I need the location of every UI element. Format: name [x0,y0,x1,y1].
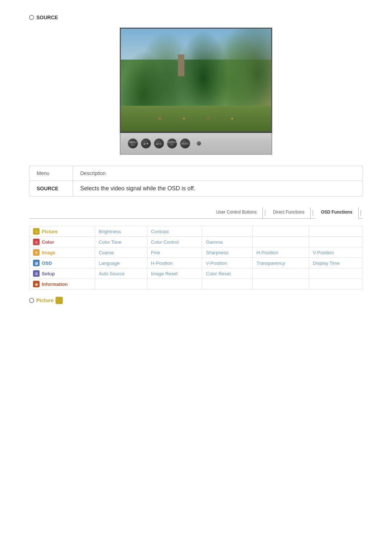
osd-sub-item[interactable]: V-Position [202,258,253,268]
osd-menu-name-cell: ☆Picture [29,226,95,237]
osd-sub-link-h-position[interactable]: H-Position [151,260,173,266]
bezel-btn-position[interactable]: ▲/◁▷ [154,138,164,149]
monitor-bezel: MENU/□□ ▲/▼ ▲/◁▷ SOURCE/☆ AUTO [120,133,272,155]
osd-sub-link-fine[interactable]: Fine [151,250,160,255]
osd-sub-item [147,279,202,289]
osd-sub-item[interactable]: Image Reset [147,268,202,279]
osd-sub-link-contrast[interactable]: Contrast [151,229,169,234]
menu-icon-color: ◎ [33,239,40,245]
bezel-buttons: MENU/□□ ▲/▼ ▲/◁▷ SOURCE/☆ AUTO [128,138,201,149]
osd-sub-item[interactable]: Auto Source [95,268,147,279]
osd-sub-link-v-position[interactable]: V-Position [206,260,227,266]
osd-sub-item[interactable]: V-Position [309,247,363,258]
osd-sub-item [202,226,253,237]
osd-menu-row: ◉Information [29,279,363,289]
menu-name-picture[interactable]: Picture [42,229,58,234]
osd-menu-name-cell: ◉Information [29,279,95,289]
osd-menu-row: ⊞SetupAuto SourceImage ResetColor Reset [29,268,363,279]
osd-menu-name-cell: ◎Color [29,237,95,247]
nav-separator-3: | [359,207,363,218]
picture-section-header: Picture [29,297,363,304]
osd-sub-link-language[interactable]: Language [99,260,120,266]
osd-sub-link-transparency[interactable]: Transparency [256,260,285,266]
bezel-btn-auto[interactable]: AUTO [180,138,190,149]
bezel-btn-power[interactable] [197,141,201,146]
nav-separator-2: | [311,207,315,218]
table-cell-menu: SOURCE [29,181,73,197]
osd-sub-item[interactable]: Fine [147,247,202,258]
osd-sub-item [202,279,253,289]
osd-sub-link-image-reset[interactable]: Image Reset [151,271,178,276]
osd-sub-item [95,279,147,289]
osd-sub-item[interactable]: Coarse [95,247,147,258]
osd-sub-item[interactable]: Color Reset [202,268,253,279]
osd-sub-item[interactable]: Language [95,258,147,268]
osd-sub-item[interactable]: H-Position [253,247,309,258]
tab-user-control[interactable]: User Control Buttons [211,207,263,218]
osd-sub-item[interactable]: Color Tone [95,237,147,247]
tab-direct-functions[interactable]: Direct Functions [267,207,311,218]
nav-separator-1: | [263,207,267,218]
osd-sub-link-color-control[interactable]: Color Control [151,239,179,245]
osd-menu-row: ◎ColorColor ToneColor ControlGamma [29,237,363,247]
menu-name-setup[interactable]: Setup [42,271,55,276]
osd-sub-item[interactable]: Color Control [147,237,202,247]
menu-name-information[interactable]: Information [42,281,68,287]
table-header-menu: Menu [29,166,73,181]
menu-icon-setup: ⊞ [33,270,40,277]
table-cell-description: Selects the video signal while the OSD i… [73,181,363,197]
osd-sub-link-v-position[interactable]: V-Position [313,250,334,255]
tab-osd-functions[interactable]: OSD Functions [315,207,359,219]
osd-sub-link-h-position[interactable]: H-Position [256,250,278,255]
nav-tabs: User Control Buttons | Direct Functions … [29,207,363,219]
osd-sub-item [253,226,309,237]
bezel-btn-menu[interactable]: MENU/□□ [128,138,138,149]
osd-menu-name-cell: ⊕Image [29,247,95,258]
menu-icon-image: ⊕ [33,249,40,256]
osd-sub-item [253,237,309,247]
osd-sub-item[interactable]: Contrast [147,226,202,237]
bezel-btn-source[interactable]: SOURCE/☆ [167,138,177,149]
osd-sub-link-brightness[interactable]: Brightness [99,229,121,234]
osd-sub-link-auto-source[interactable]: Auto Source [99,271,125,276]
osd-sub-link-coarse[interactable]: Coarse [99,250,114,255]
osd-menu-table: ☆PictureBrightnessContrast◎ColorColor To… [29,226,363,289]
monitor-display: MENU/□□ ▲/▼ ▲/◁▷ SOURCE/☆ AUTO [29,28,363,155]
osd-menu-name-cell: ⊞Setup [29,268,95,279]
picture-header-label: Picture [36,297,53,303]
osd-sub-link-sharpness[interactable]: Sharpness [206,250,228,255]
osd-sub-link-color-tone[interactable]: Color Tone [99,239,122,245]
picture-icon-img [56,297,63,304]
osd-sub-item [253,268,309,279]
osd-sub-item [309,268,363,279]
bezel-btn-brightness[interactable]: ▲/▼ [141,138,151,149]
menu-icon-osd: ▦ [33,260,40,266]
info-table: Menu Description SOURCE Selects the vide… [29,166,363,197]
osd-sub-item [309,226,363,237]
menu-name-image[interactable]: Image [42,250,56,255]
osd-sub-item[interactable]: Brightness [95,226,147,237]
osd-menu-name-cell: ▦OSD [29,258,95,268]
menu-name-osd[interactable]: OSD [42,260,52,266]
osd-sub-link-color-reset[interactable]: Color Reset [206,271,231,276]
osd-sub-item[interactable]: Sharpness [202,247,253,258]
table-row: SOURCE Selects the video signal while th… [29,181,363,197]
osd-sub-item [253,279,309,289]
osd-menu-row: ▦OSDLanguageH-PositionV-PositionTranspar… [29,258,363,268]
menu-icon-picture: ☆ [33,228,40,235]
monitor-screen [120,28,272,133]
menu-name-color[interactable]: Color [42,239,54,245]
osd-sub-item[interactable]: H-Position [147,258,202,268]
osd-menu-row: ⊕ImageCoarseFineSharpnessH-PositionV-Pos… [29,247,363,258]
source-icon [29,15,34,20]
osd-sub-item[interactable]: Transparency [253,258,309,268]
table-header-description: Description [73,166,363,181]
osd-sub-item[interactable]: Gamma [202,237,253,247]
picture-header-icon [29,298,34,303]
osd-sub-link-gamma[interactable]: Gamma [206,239,222,245]
osd-menu-row: ☆PictureBrightnessContrast [29,226,363,237]
source-section-header: SOURCE [29,15,363,20]
osd-sub-item[interactable]: Display Time [309,258,363,268]
osd-sub-item [309,237,363,247]
osd-sub-link-display-time[interactable]: Display Time [313,260,340,266]
